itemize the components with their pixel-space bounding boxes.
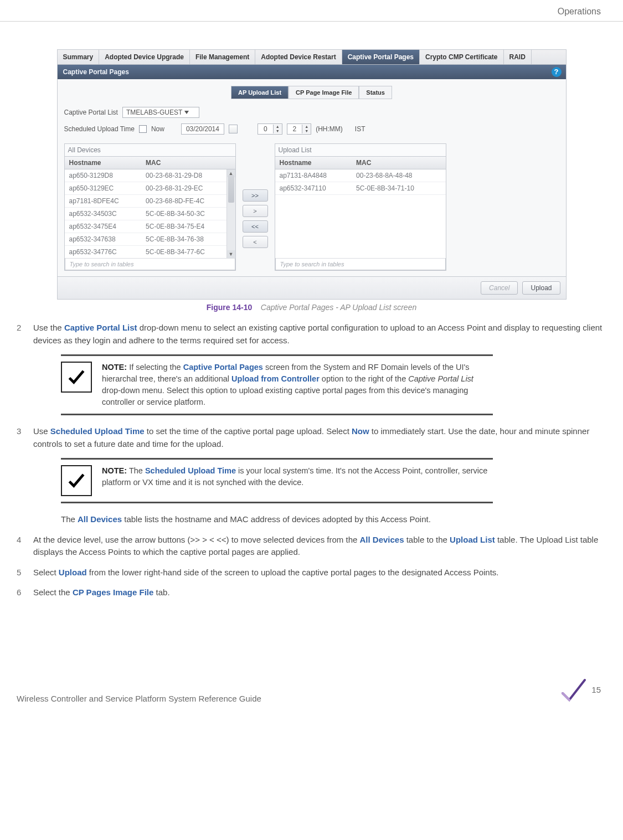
panel-header: Captive Portal Pages ? <box>58 65 566 79</box>
captive-portal-list-term: Captive Portal List <box>64 323 137 332</box>
table-row[interactable]: ap6532-3471105C-0E-8B-34-71-10 <box>275 182 446 195</box>
upload-list-rows[interactable]: ap7131-8A484800-23-68-8A-48-48 ap6532-34… <box>275 169 446 258</box>
step-2: 2 Use the Captive Portal List drop-down … <box>17 322 606 347</box>
note-text: NOTE: If selecting the Captive Portal Pa… <box>102 362 493 408</box>
right-search-input[interactable]: Type to search in tables <box>275 258 446 270</box>
move-left-button[interactable]: < <box>243 236 268 248</box>
page-header: Operations <box>0 0 623 22</box>
page-footer: Wireless Controller and Service Platform… <box>0 677 623 714</box>
inner-tab-cp-image[interactable]: CP Page Image File <box>289 86 359 99</box>
move-right-button[interactable]: > <box>243 205 268 217</box>
step-5: 5 Select Upload from the lower right-han… <box>17 566 606 579</box>
step-number: 3 <box>17 425 27 450</box>
hour-arrows[interactable]: ▲▼ <box>273 125 282 133</box>
panel-title: Captive Portal Pages <box>63 68 129 76</box>
step-number: 4 <box>17 534 27 559</box>
all-devices-header: Hostname MAC <box>65 156 235 169</box>
captive-portal-list-label: Captive Portal List <box>64 109 118 116</box>
left-scrollbar[interactable]: ▲ ▼ <box>226 169 235 258</box>
chevron-down-icon <box>184 111 189 114</box>
scroll-down-icon[interactable]: ▼ <box>227 250 235 258</box>
move-all-left-button[interactable]: << <box>243 220 268 233</box>
figure-label: Figure 14-10 <box>207 303 252 312</box>
captive-portal-list-dropdown[interactable]: TMELABS-GUEST <box>122 107 199 118</box>
upload-button[interactable]: Upload <box>522 281 560 295</box>
table-row[interactable]: ap6532-34503C5C-0E-8B-34-50-3C <box>65 208 235 220</box>
calendar-icon[interactable] <box>229 125 238 133</box>
tab-captive-portal-pages[interactable]: Captive Portal Pages <box>342 50 420 64</box>
step-number: 6 <box>17 586 27 599</box>
tab-crypto-cmp[interactable]: Crypto CMP Certificate <box>420 50 503 64</box>
scroll-thumb[interactable] <box>228 175 234 203</box>
move-all-right-button[interactable]: >> <box>243 189 268 202</box>
date-input[interactable]: 03/20/2014 <box>181 123 224 135</box>
cancel-button[interactable]: Cancel <box>481 281 518 295</box>
page-number-group: 15 <box>559 677 601 703</box>
scheduled-label: Scheduled Upload Time <box>64 125 135 133</box>
check-icon <box>61 465 92 496</box>
hour-value: 0 <box>258 124 273 134</box>
note-1: NOTE: If selecting the Captive Portal Pa… <box>61 354 493 415</box>
col-hostname: Hostname <box>65 157 142 169</box>
table-row[interactable]: ap650-3129D800-23-68-31-29-D8 <box>65 169 235 182</box>
content: Summary Adopted Device Upgrade File Mana… <box>0 49 623 599</box>
step-body: Use the Captive Portal List drop-down me… <box>33 322 606 347</box>
page-number: 15 <box>591 685 601 694</box>
table-row[interactable]: ap6532-34776C5C-0E-8B-34-77-6C <box>65 246 235 258</box>
figure-text: Captive Portal Pages - AP Upload List sc… <box>261 303 416 312</box>
inner-tab-status[interactable]: Status <box>359 86 392 99</box>
inner-tab-ap-upload[interactable]: AP Upload List <box>231 86 289 99</box>
now-checkbox[interactable] <box>139 125 147 133</box>
time-format-label: (HH:MM) <box>316 125 343 133</box>
minute-arrows[interactable]: ▲▼ <box>302 125 311 133</box>
all-devices-rows[interactable]: ap650-3129D800-23-68-31-29-D8 ap650-3129… <box>65 169 235 258</box>
upload-list-title: Upload List <box>275 144 446 156</box>
step-6: 6 Select the CP Pages Image File tab. <box>17 586 606 599</box>
step-body: Select Upload from the lower right-hand … <box>33 566 606 579</box>
col-hostname: Hostname <box>275 157 352 169</box>
minute-value: 2 <box>287 124 302 134</box>
table-row[interactable]: ap7131-8A484800-23-68-8A-48-48 <box>275 169 446 182</box>
footer-text: Wireless Controller and Service Platform… <box>17 694 261 703</box>
step-4: 4 At the device level, use the arrow but… <box>17 534 606 559</box>
tab-file-management[interactable]: File Management <box>190 50 255 64</box>
table-row[interactable]: ap7181-8DFE4C00-23-68-8D-FE-4C <box>65 195 235 208</box>
captive-portal-selected: TMELABS-GUEST <box>126 109 182 116</box>
step-3: 3 Use Scheduled Upload Time to set the t… <box>17 425 606 450</box>
inner-tabs: AP Upload List CP Page Image File Status <box>58 79 566 99</box>
step-body: Use Scheduled Upload Time to set the tim… <box>33 425 606 450</box>
help-icon[interactable]: ? <box>552 67 562 77</box>
step-number: 2 <box>17 322 27 347</box>
note-text: NOTE: The Scheduled Upload Time is your … <box>102 465 493 488</box>
step-body: At the device level, use the arrow butto… <box>33 534 606 559</box>
tab-adopted-upgrade[interactable]: Adopted Device Upgrade <box>99 50 190 64</box>
screenshot-footer: Cancel Upload <box>58 276 566 299</box>
section-title: Operations <box>558 7 601 16</box>
tab-adopted-restart[interactable]: Adopted Device Restart <box>255 50 342 64</box>
left-search-input[interactable]: Type to search in tables <box>65 258 235 270</box>
hour-spinner[interactable]: 0 ▲▼ <box>258 123 282 135</box>
now-label: Now <box>151 125 164 133</box>
all-devices-listbox: All Devices Hostname MAC ap650-3129D800-… <box>64 143 236 271</box>
minute-spinner[interactable]: 2 ▲▼ <box>287 123 312 135</box>
check-icon <box>61 362 92 393</box>
screenshot-body: Captive Portal List TMELABS-GUEST Schedu… <box>58 99 566 276</box>
indented-para: The All Devices table lists the hostname… <box>61 513 606 526</box>
tz-label: IST <box>355 125 365 133</box>
scheduled-row: Scheduled Upload Time Now 03/20/2014 0 ▲… <box>64 123 559 135</box>
tab-raid[interactable]: RAID <box>504 50 532 64</box>
col-mac: MAC <box>352 157 445 169</box>
footer-check-icon <box>559 677 586 703</box>
step-number: 5 <box>17 566 27 579</box>
figure-caption: Figure 14-10 Captive Portal Pages - AP U… <box>17 303 606 312</box>
table-row[interactable]: ap650-3129EC00-23-68-31-29-EC <box>65 182 235 195</box>
screenshot-top-tabs: Summary Adopted Device Upgrade File Mana… <box>58 50 566 65</box>
upload-list-listbox: Upload List Hostname MAC ap7131-8A484800… <box>275 143 446 271</box>
note-2: NOTE: The Scheduled Upload Time is your … <box>61 458 493 503</box>
tab-summary[interactable]: Summary <box>58 50 100 64</box>
table-row[interactable]: ap6532-3476385C-0E-8B-34-76-38 <box>65 233 235 246</box>
captive-portal-list-row: Captive Portal List TMELABS-GUEST <box>64 107 559 118</box>
all-devices-title: All Devices <box>65 144 235 156</box>
step-body: Select the CP Pages Image File tab. <box>33 586 606 599</box>
table-row[interactable]: ap6532-3475E45C-0E-8B-34-75-E4 <box>65 220 235 233</box>
